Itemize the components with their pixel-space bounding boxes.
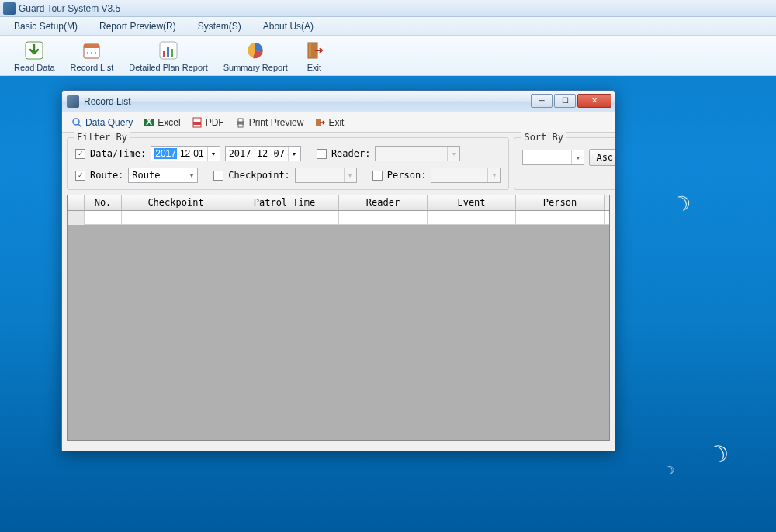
pdf-button[interactable]: PDF (187, 116, 229, 130)
person-checkbox[interactable] (372, 171, 383, 181)
print-preview-button[interactable]: Print Preview (230, 116, 309, 130)
grid-header-checkpoint[interactable]: Checkpoint (122, 195, 230, 210)
calendar-icon (81, 40, 102, 61)
reader-combo[interactable]: ▾ (375, 146, 460, 161)
excel-icon: X (144, 117, 154, 128)
record-list-dialog: Record List ─ ☐ ✕ Data Query X Excel PDF… (61, 90, 615, 451)
grid-header-no[interactable]: No. (85, 195, 122, 210)
menu-report-preview[interactable]: Report Preview(R) (88, 21, 187, 32)
grid-header-patrol-time[interactable]: Patrol Time (230, 195, 339, 210)
app-icon (3, 2, 16, 15)
menu-about-us[interactable]: About Us(A) (252, 21, 324, 32)
svg-rect-8 (163, 51, 165, 57)
decoration-leaf-icon: ☽ (705, 437, 733, 470)
dialog-toolbar: Data Query X Excel PDF Print Preview Exi… (62, 112, 615, 133)
maximize-button[interactable]: ☐ (554, 94, 576, 108)
dialog-exit-button[interactable]: Exit (310, 116, 348, 130)
dialog-icon (67, 95, 79, 108)
route-label: Route: (90, 170, 123, 181)
grid-header-reader[interactable]: Reader (339, 195, 428, 210)
svg-rect-19 (193, 122, 201, 125)
grid-header: No. Checkpoint Patrol Time Reader Event … (68, 195, 609, 211)
calendar-dropdown-icon[interactable]: ▾ (207, 147, 220, 161)
main-window: Guard Tour System V3.5 Basic Setup(M) Re… (0, 0, 776, 76)
svg-rect-2 (84, 44, 99, 48)
menubar: Basic Setup(M) Report Preview(R) System(… (0, 17, 776, 36)
exit-door-icon (314, 117, 325, 128)
filter-legend: Filter By (74, 132, 130, 143)
svg-text:X: X (146, 117, 152, 127)
pdf-icon (192, 117, 203, 128)
grid-header-person[interactable]: Person (516, 195, 605, 210)
checkpoint-label: Checkpoint: (228, 170, 289, 181)
toolbar-record-list[interactable]: Record List (63, 38, 122, 74)
dialog-titlebar[interactable]: Record List ─ ☐ ✕ (62, 91, 615, 112)
menu-system[interactable]: System(S) (187, 21, 252, 32)
svg-point-6 (95, 52, 96, 54)
svg-point-5 (91, 52, 92, 54)
main-titlebar: Guard Tour System V3.5 (0, 0, 776, 17)
minimize-button[interactable]: ─ (531, 94, 553, 108)
chevron-down-icon: ▾ (571, 150, 584, 164)
exit-icon (303, 40, 325, 61)
calendar-dropdown-icon[interactable]: ▾ (288, 147, 300, 161)
toolbar-read-data[interactable]: Read Data (6, 38, 63, 74)
datetime-checkbox[interactable]: ✓ (75, 149, 85, 159)
route-combo[interactable]: Route▾ (128, 168, 198, 183)
decoration-leaf-icon: ☽ (663, 462, 677, 477)
sort-order-button[interactable]: Asc (589, 149, 615, 166)
toolbar-exit[interactable]: Exit (296, 38, 333, 74)
close-button[interactable]: ✕ (577, 94, 611, 108)
dialog-title: Record List (84, 96, 529, 107)
grid-header-rowselector[interactable] (68, 195, 85, 210)
app-title: Guard Tour System V3.5 (19, 3, 120, 14)
reader-label: Reader: (331, 148, 371, 159)
sort-groupbox: Sort By ▾ Asc (514, 137, 615, 190)
data-query-button[interactable]: Data Query (67, 116, 137, 130)
printer-icon (235, 117, 246, 128)
svg-line-15 (78, 124, 81, 127)
svg-rect-10 (171, 49, 173, 57)
svg-rect-22 (238, 124, 243, 127)
chevron-down-icon: ▾ (344, 168, 356, 182)
checkpoint-checkbox[interactable] (213, 171, 223, 181)
search-icon (71, 117, 82, 128)
decoration-leaf-icon: ☽ (669, 190, 694, 219)
person-label: Person: (387, 170, 427, 181)
svg-rect-21 (238, 119, 243, 122)
records-grid[interactable]: No. Checkpoint Patrol Time Reader Event … (67, 195, 610, 441)
toolbar-summary-report[interactable]: Summary Report (216, 38, 296, 74)
sort-field-combo[interactable]: ▾ (522, 150, 584, 165)
chevron-down-icon: ▾ (447, 147, 459, 161)
svg-point-4 (87, 52, 88, 54)
person-combo[interactable]: ▾ (431, 168, 501, 183)
grid-empty-row[interactable] (68, 211, 609, 225)
reader-checkbox[interactable] (317, 149, 327, 159)
filter-groupbox: Filter By ✓ Data/Time: 2017-12-01 ▾ 2017… (67, 137, 509, 190)
checkpoint-combo[interactable]: ▾ (295, 168, 357, 183)
pie-chart-icon (244, 40, 266, 61)
chevron-down-icon: ▾ (487, 168, 500, 182)
date-from-input[interactable]: 2017-12-01 ▾ (151, 146, 220, 161)
svg-rect-9 (167, 47, 169, 57)
route-checkbox[interactable]: ✓ (75, 171, 85, 181)
sort-legend: Sort By (521, 132, 566, 143)
excel-button[interactable]: X Excel (139, 116, 185, 130)
date-to-input[interactable]: 2017-12-07 ▾ (225, 146, 301, 161)
svg-point-14 (73, 119, 79, 125)
datetime-label: Data/Time: (90, 148, 146, 159)
main-toolbar: Read Data Record List Detailed Plan Repo… (0, 36, 776, 76)
toolbar-detailed-report[interactable]: Detailed Plan Report (121, 38, 216, 74)
grid-header-event[interactable]: Event (428, 195, 516, 210)
svg-rect-23 (316, 119, 321, 126)
menu-basic-setup[interactable]: Basic Setup(M) (3, 21, 88, 32)
chevron-down-icon: ▾ (185, 168, 197, 182)
bar-chart-icon (158, 40, 179, 61)
download-icon (23, 40, 45, 61)
